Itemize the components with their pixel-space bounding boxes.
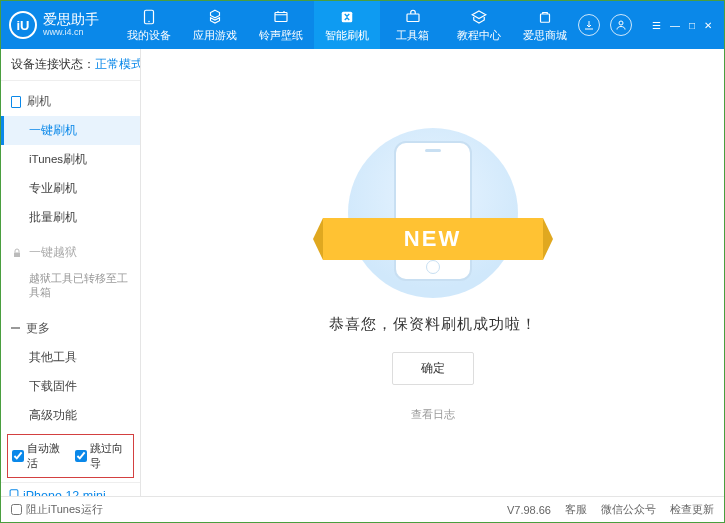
view-log-link[interactable]: 查看日志 [411,407,455,422]
nav-icon [338,8,356,26]
sidebar-item-more-2[interactable]: 高级功能 [1,401,140,430]
svg-rect-8 [10,489,18,496]
nav-label: 智能刷机 [325,28,369,43]
section-flash-title: 刷机 [27,93,51,110]
version-label: V7.98.66 [507,504,551,516]
nav-icon [404,8,422,26]
nav-label: 我的设备 [127,28,171,43]
section-flash-header[interactable]: 刷机 [1,87,140,116]
nav-label: 铃声壁纸 [259,28,303,43]
minimize-button[interactable]: — [668,20,682,31]
sidebar-item-more-1[interactable]: 下载固件 [1,372,140,401]
options-box: 自动激活 跳过向导 [7,434,134,478]
main-content: NEW 恭喜您，保资料刷机成功啦！ 确定 查看日志 [141,49,724,496]
window-controls: ☰ — □ ✕ [650,20,714,31]
section-jailbreak-title: 一键越狱 [29,244,77,261]
nav-icon [140,8,158,26]
auto-activate-input[interactable] [12,450,24,462]
skip-guide-checkbox[interactable]: 跳过向导 [75,441,130,471]
nav-icon [206,8,224,26]
svg-point-1 [148,20,150,22]
check-update-link[interactable]: 检查更新 [670,502,714,517]
nav-label: 工具箱 [396,28,429,43]
device-name: iPhone 12 mini [9,489,132,496]
svg-point-6 [619,21,623,25]
close-button[interactable]: ✕ [702,20,714,31]
ok-button[interactable]: 确定 [392,352,474,385]
connection-status: 设备连接状态：正常模式 [1,49,140,81]
nav-label: 教程中心 [457,28,501,43]
user-button[interactable] [610,14,632,36]
svg-rect-4 [407,14,419,22]
block-itunes-checkbox[interactable]: 阻止iTunes运行 [11,502,103,517]
skip-guide-label: 跳过向导 [90,441,130,471]
app-name: 爱思助手 [43,12,99,27]
sidebar-item-flash-3[interactable]: 批量刷机 [1,203,140,232]
menu-icon[interactable]: ☰ [650,20,663,31]
app-window: iU 爱思助手 www.i4.cn 我的设备应用游戏铃声壁纸智能刷机工具箱教程中… [0,0,725,523]
nav-label: 爱思商城 [523,28,567,43]
app-logo: iU 爱思助手 www.i4.cn [9,11,116,39]
section-more-header[interactable]: 更多 [1,314,140,343]
nav-item-3[interactable]: 智能刷机 [314,1,380,49]
nav-item-1[interactable]: 应用游戏 [182,1,248,49]
nav-item-4[interactable]: 工具箱 [380,1,446,49]
auto-activate-checkbox[interactable]: 自动激活 [12,441,67,471]
svg-rect-5 [540,14,549,22]
nav-item-0[interactable]: 我的设备 [116,1,182,49]
nav-icon [536,8,554,26]
status-label: 设备连接状态： [11,58,95,70]
titlebar: iU 爱思助手 www.i4.cn 我的设备应用游戏铃声壁纸智能刷机工具箱教程中… [1,1,724,49]
sidebar-item-flash-2[interactable]: 专业刷机 [1,174,140,203]
nav-label: 应用游戏 [193,28,237,43]
nav-icon [272,8,290,26]
section-more-title: 更多 [26,320,50,337]
lock-icon [11,247,23,259]
service-link[interactable]: 客服 [565,502,587,517]
block-itunes-input[interactable] [11,504,22,515]
main-nav: 我的设备应用游戏铃声壁纸智能刷机工具箱教程中心爱思商城 [116,1,578,49]
sidebar-item-flash-0[interactable]: 一键刷机 [1,116,140,145]
sidebar-item-flash-1[interactable]: iTunes刷机 [1,145,140,174]
logo-icon: iU [9,11,37,39]
sidebar-item-more-0[interactable]: 其他工具 [1,343,140,372]
status-mode: 正常模式 [95,58,141,70]
section-jailbreak-header[interactable]: 一键越狱 [1,238,140,267]
wechat-link[interactable]: 微信公众号 [601,502,656,517]
skip-guide-input[interactable] [75,450,87,462]
device-card[interactable]: iPhone 12 mini 64GB Down-12mini-13,1 [1,482,140,496]
footer: 阻止iTunes运行 V7.98.66 客服 微信公众号 检查更新 [1,496,724,522]
svg-rect-2 [275,12,287,21]
sidebar: 设备连接状态：正常模式 刷机 一键刷机iTunes刷机专业刷机批量刷机 一键越狱… [1,49,141,496]
svg-rect-7 [14,252,20,257]
nav-item-6[interactable]: 爱思商城 [512,1,578,49]
nav-item-2[interactable]: 铃声壁纸 [248,1,314,49]
success-illustration: NEW [333,123,533,303]
nav-icon [470,8,488,26]
block-itunes-label: 阻止iTunes运行 [26,502,103,517]
download-button[interactable] [578,14,600,36]
new-banner: NEW [323,218,543,260]
maximize-button[interactable]: □ [687,20,697,31]
jailbreak-note: 越狱工具已转移至工具箱 [1,267,140,308]
auto-activate-label: 自动激活 [27,441,67,471]
phone-icon [9,489,19,496]
nav-item-5[interactable]: 教程中心 [446,1,512,49]
app-url: www.i4.cn [43,28,99,38]
success-message: 恭喜您，保资料刷机成功啦！ [329,315,537,334]
device-icon [11,96,21,108]
